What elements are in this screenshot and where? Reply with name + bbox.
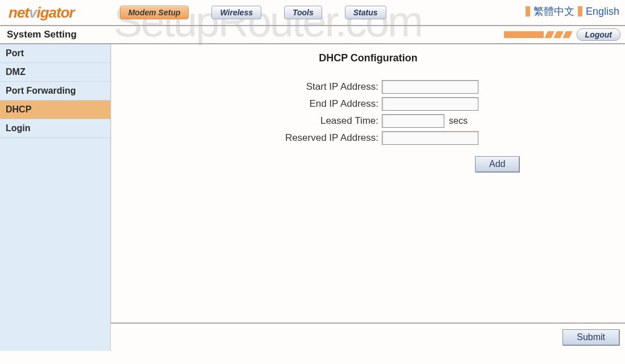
- header: netvigator Modem Setup Wireless Tools St…: [0, 0, 625, 25]
- body: Port DMZ Port Forwarding DHCP Login DHCP…: [0, 44, 625, 351]
- sidebar-item-port-forwarding[interactable]: Port Forwarding: [0, 82, 110, 101]
- add-button[interactable]: Add: [475, 156, 519, 172]
- lang-english[interactable]: English: [586, 6, 619, 18]
- unit-secs: secs: [449, 116, 468, 126]
- row-leased-time: Leased Time: secs: [123, 114, 614, 128]
- decor-slash-icon: [544, 31, 555, 38]
- sidebar: Port DMZ Port Forwarding DHCP Login: [0, 44, 111, 351]
- decor-bar-icon: [504, 31, 544, 38]
- sidebar-item-port[interactable]: Port: [0, 44, 110, 63]
- main-panel: DHCP Configuration Start IP Address: End…: [111, 44, 625, 351]
- lang-chinese[interactable]: 繁體中文: [534, 5, 574, 18]
- sidebar-item-dmz[interactable]: DMZ: [0, 63, 110, 82]
- input-reserved-ip[interactable]: [382, 131, 478, 145]
- lang-marker-icon: [578, 6, 582, 16]
- decor-slash-icon: [553, 31, 564, 38]
- tab-modem-setup[interactable]: Modem Setup: [120, 6, 189, 19]
- tab-status[interactable]: Status: [345, 6, 386, 19]
- language-switcher: 繁體中文 English: [526, 5, 619, 18]
- logout-button[interactable]: Logout: [577, 28, 620, 41]
- logo: netvigator: [9, 4, 74, 22]
- add-row: Add: [123, 156, 614, 172]
- row-reserved-ip: Reserved IP Address:: [123, 131, 614, 145]
- subheader-right: Logout: [504, 28, 620, 41]
- sidebar-item-dhcp[interactable]: DHCP: [0, 101, 110, 119]
- row-end-ip: End IP Address:: [123, 97, 614, 111]
- label-start-ip: Start IP Address:: [123, 81, 382, 93]
- input-start-ip[interactable]: [382, 80, 478, 94]
- input-end-ip[interactable]: [382, 97, 478, 111]
- tab-wireless[interactable]: Wireless: [211, 6, 261, 19]
- main-tabs: Modem Setup Wireless Tools Status: [120, 6, 386, 19]
- tab-tools[interactable]: Tools: [284, 6, 322, 19]
- logo-part-net: net: [9, 4, 29, 21]
- label-end-ip: End IP Address:: [123, 98, 382, 110]
- footer: Submit: [111, 323, 625, 351]
- label-leased-time: Leased Time:: [123, 115, 382, 127]
- sidebar-item-login[interactable]: Login: [0, 119, 110, 138]
- page-title: DHCP Configuration: [123, 52, 614, 64]
- label-reserved-ip: Reserved IP Address:: [123, 132, 382, 144]
- logo-part-igator: igator: [36, 4, 74, 21]
- logo-part-v: v: [29, 4, 36, 21]
- submit-button[interactable]: Submit: [562, 329, 619, 345]
- section-title: System Setting: [5, 29, 77, 40]
- subheader: System Setting Logout: [0, 25, 625, 44]
- decor-slash-icon: [562, 31, 573, 38]
- input-leased-time[interactable]: [382, 114, 444, 128]
- row-start-ip: Start IP Address:: [123, 80, 614, 94]
- lang-marker-icon: [526, 6, 530, 16]
